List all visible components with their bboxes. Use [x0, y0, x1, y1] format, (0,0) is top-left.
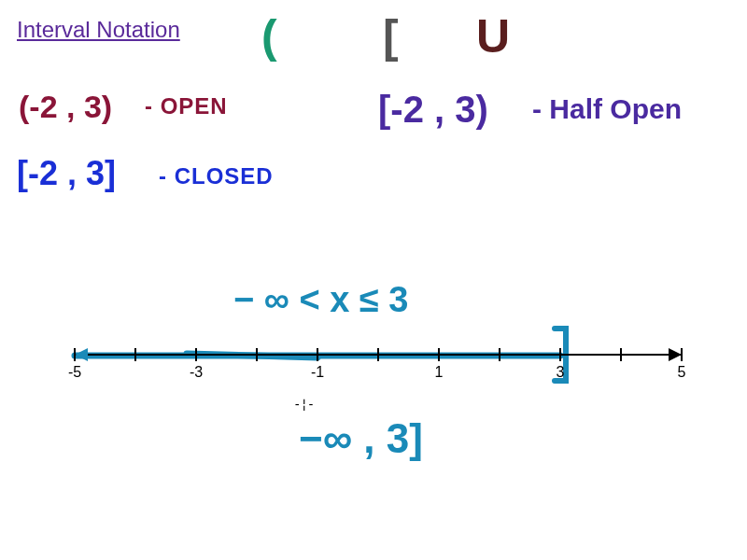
interval-answer: −∞ , 3]: [299, 415, 423, 462]
svg-text:-3: -3: [190, 364, 203, 380]
page-title: Interval Notation: [17, 17, 180, 43]
svg-text:1: 1: [435, 364, 444, 380]
number-line: -5-3-1135: [0, 317, 747, 429]
union-symbol: U: [476, 9, 510, 63]
svg-text:3: 3: [557, 364, 565, 380]
svg-text:5: 5: [678, 364, 686, 380]
inequality-expression: − ∞ < x ≤ 3: [233, 280, 408, 320]
svg-marker-4: [669, 348, 682, 361]
half-open-interval: [-2 , 3): [378, 89, 488, 131]
half-open-interval-label: - Half Open: [532, 93, 682, 125]
open-interval: (-2 , 3): [19, 89, 112, 125]
svg-text:-1: -1: [311, 364, 324, 380]
cursor-icon: -¦-: [293, 397, 314, 412]
open-paren-symbol: (: [261, 9, 277, 63]
closed-interval: [-2 , 3]: [17, 154, 116, 193]
svg-marker-3: [75, 348, 88, 361]
open-interval-label: - OPEN: [145, 93, 228, 119]
svg-text:-5: -5: [68, 364, 81, 380]
closed-interval-label: - CLOSED: [159, 163, 274, 189]
open-bracket-symbol: [: [383, 9, 399, 63]
whiteboard: Interval Notation ( [ U (-2 , 3) - OPEN …: [0, 0, 747, 560]
